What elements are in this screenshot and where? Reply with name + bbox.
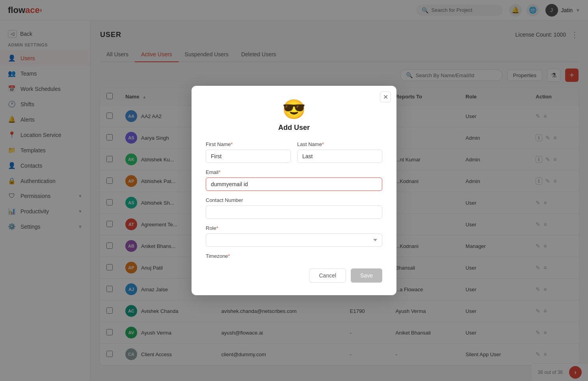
modal-emoji: 😎 xyxy=(206,98,382,120)
modal-close-button[interactable]: ✕ xyxy=(380,91,391,102)
role-label: Role* xyxy=(206,225,382,231)
timezone-label: Timezone* xyxy=(206,253,382,259)
email-input[interactable] xyxy=(206,178,382,191)
first-name-label: First Name* xyxy=(206,141,291,147)
first-name-group: First Name* xyxy=(206,141,291,163)
modal-title: Add User xyxy=(206,124,382,132)
contact-group: Contact Number xyxy=(206,197,382,219)
last-name-input[interactable] xyxy=(297,150,382,163)
contact-label: Contact Number xyxy=(206,197,382,203)
email-label: Email* xyxy=(206,169,382,175)
role-select[interactable]: User Admin Manager xyxy=(206,233,382,247)
contact-input[interactable] xyxy=(206,205,382,219)
role-group: Role* User Admin Manager xyxy=(206,225,382,247)
modal-actions: Cancel Save xyxy=(206,268,382,283)
email-group: Email* xyxy=(206,169,382,191)
cancel-button[interactable]: Cancel xyxy=(309,268,346,283)
modal-overlay[interactable]: ✕ 😎 Add User First Name* Last Name* Emai… xyxy=(0,0,588,381)
save-button[interactable]: Save xyxy=(351,268,382,283)
last-name-group: Last Name* xyxy=(297,141,382,163)
name-row: First Name* Last Name* xyxy=(206,141,382,163)
add-user-modal: ✕ 😎 Add User First Name* Last Name* Emai… xyxy=(192,86,396,295)
timezone-group: Timezone* xyxy=(206,253,382,259)
first-name-input[interactable] xyxy=(206,150,291,163)
last-name-label: Last Name* xyxy=(297,141,382,147)
